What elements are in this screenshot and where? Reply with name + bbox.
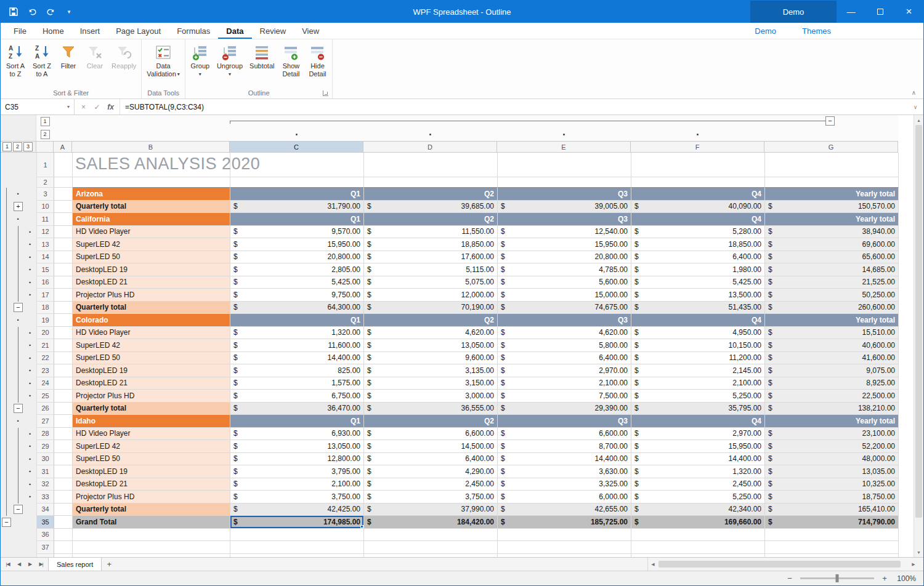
cell-E19[interactable]: Q3 — [498, 314, 631, 327]
sort-z-to-a-button[interactable]: ZA Sort Zto A — [29, 42, 55, 79]
scroll-up-icon[interactable]: ▲ — [914, 115, 923, 125]
cell-D20[interactable]: $4,620.00 — [364, 327, 498, 340]
demo-tab[interactable]: Demo — [750, 1, 837, 23]
cell-E18[interactable]: $74,675.00 — [498, 302, 631, 315]
cell-b19[interactable]: Colorado — [73, 314, 230, 327]
cell-b38[interactable] — [73, 554, 230, 558]
cell-G23[interactable]: $9,075.00 — [765, 364, 899, 377]
scroll-right-icon[interactable]: ▶ — [909, 562, 918, 567]
cell-a36[interactable] — [54, 529, 73, 542]
add-sheet-button[interactable]: + — [102, 558, 116, 571]
cell-E13[interactable]: $15,950.00 — [498, 238, 631, 251]
cell-a25[interactable] — [54, 390, 73, 403]
cell-F17[interactable]: $13,500.00 — [631, 289, 765, 302]
cell-F35[interactable]: $169,660.00 — [631, 516, 765, 529]
row-outline-level-1-button[interactable]: 1 — [2, 142, 12, 151]
cell-F24[interactable]: $2,100.00 — [631, 377, 765, 390]
cell-C20[interactable]: $1,320.00 — [230, 327, 364, 340]
cell-F15[interactable]: $1,980.00 — [631, 263, 765, 276]
cell-D10[interactable]: $39,685.00 — [364, 201, 498, 214]
vertical-scrollbar-track[interactable] — [914, 125, 923, 547]
cell-E10[interactable]: $39,005.00 — [498, 201, 631, 214]
cell-b13[interactable]: SuperLED 42 — [73, 238, 230, 251]
cell-G20[interactable]: $15,510.00 — [765, 327, 899, 340]
cell-F38[interactable] — [631, 554, 765, 558]
cell-b25[interactable]: Projector Plus HD — [73, 390, 230, 403]
row-outline-level-3-button[interactable]: 3 — [23, 142, 33, 151]
cell-C27[interactable]: Q1 — [230, 415, 364, 428]
enter-formula-button[interactable]: ✓ — [91, 103, 103, 111]
cell-b2[interactable] — [73, 177, 230, 188]
undo-icon[interactable] — [26, 6, 38, 17]
cell-G17[interactable]: $50,250.00 — [765, 289, 899, 302]
cell-G31[interactable]: $13,035.00 — [765, 465, 899, 478]
cell-D21[interactable]: $13,050.00 — [364, 339, 498, 352]
cell-b30[interactable]: SuperLED 50 — [73, 453, 230, 466]
qat-customize-icon[interactable]: ▾ — [63, 6, 75, 17]
cell-D34[interactable]: $37,990.00 — [364, 504, 498, 516]
chevron-down-icon[interactable]: ▾ — [67, 104, 70, 110]
cell-E1[interactable] — [498, 153, 631, 177]
cell-F31[interactable]: $1,320.00 — [631, 465, 765, 478]
sheet-tab-sales-report[interactable]: Sales report — [48, 558, 102, 571]
cell-C2[interactable] — [230, 177, 364, 188]
cell-D31[interactable]: $4,290.00 — [364, 465, 498, 478]
redo-icon[interactable] — [45, 6, 56, 17]
cell-F18[interactable]: $51,435.00 — [631, 302, 765, 315]
cell-a1[interactable] — [54, 153, 73, 177]
tab-review[interactable]: Review — [252, 24, 294, 39]
cell-D12[interactable]: $11,550.00 — [364, 226, 498, 239]
cell-a3[interactable] — [54, 188, 73, 201]
cell-F33[interactable]: $5,250.00 — [631, 491, 765, 504]
cell-G11[interactable]: Yearly total — [765, 213, 899, 226]
cell-C10[interactable]: $31,790.00 — [230, 201, 364, 214]
cell-b31[interactable]: DesktopLED 19 — [73, 465, 230, 478]
column-group-collapse-button[interactable]: − — [825, 116, 835, 126]
scroll-down-icon[interactable]: ▼ — [914, 547, 923, 557]
row-header-23[interactable]: 23 — [37, 364, 54, 377]
cell-a20[interactable] — [54, 327, 73, 340]
cell-D3[interactable]: Q2 — [364, 188, 498, 201]
vertical-scrollbar-thumb[interactable] — [915, 125, 922, 518]
cell-D27[interactable]: Q2 — [364, 415, 498, 428]
cell-F26[interactable]: $35,795.00 — [631, 403, 765, 415]
cell-D32[interactable]: $2,450.00 — [364, 478, 498, 491]
cell-a22[interactable] — [54, 352, 73, 365]
cell-a11[interactable] — [54, 213, 73, 226]
cell-b3[interactable]: Arizona — [73, 188, 230, 201]
cell-G15[interactable]: $14,685.00 — [765, 263, 899, 276]
row-header-27[interactable]: 27 — [37, 415, 54, 428]
cell-b22[interactable]: SuperLED 50 — [73, 352, 230, 365]
tab-data[interactable]: Data — [218, 24, 251, 39]
cell-E23[interactable]: $2,970.00 — [498, 364, 631, 377]
cell-C29[interactable]: $13,050.00 — [230, 440, 364, 453]
row-header-26[interactable]: 26 — [37, 403, 54, 415]
cell-D37[interactable] — [364, 541, 498, 554]
column-header-c[interactable]: C — [230, 142, 363, 152]
row-header-18[interactable]: 18 — [37, 302, 54, 315]
cell-a27[interactable] — [54, 415, 73, 428]
column-header-e[interactable]: E — [497, 142, 631, 152]
cell-G37[interactable] — [765, 541, 899, 554]
cell-E34[interactable]: $42,655.00 — [498, 504, 631, 516]
cell-E29[interactable]: $8,700.00 — [498, 440, 631, 453]
row-header-24[interactable]: 24 — [37, 377, 54, 390]
cell-b24[interactable]: DesktopLED 21 — [73, 377, 230, 390]
cell-F30[interactable]: $14,400.00 — [631, 453, 765, 466]
cell-b18[interactable]: Quarterly total — [73, 302, 230, 315]
cell-F21[interactable]: $10,150.00 — [631, 339, 765, 352]
row-header-11[interactable]: 11 — [37, 213, 54, 226]
collapse-ribbon-icon[interactable]: ∧ — [912, 89, 916, 96]
cell-F25[interactable]: $5,250.00 — [631, 390, 765, 403]
cell-F12[interactable]: $5,280.00 — [631, 226, 765, 239]
column-header-b[interactable]: B — [72, 142, 230, 152]
cell-E21[interactable]: $5,800.00 — [498, 339, 631, 352]
cell-D18[interactable]: $70,190.00 — [364, 302, 498, 315]
tab-view[interactable]: View — [294, 24, 327, 39]
cell-F32[interactable]: $2,450.00 — [631, 478, 765, 491]
row-header-28[interactable]: 28 — [37, 428, 54, 441]
cell-E36[interactable] — [498, 529, 631, 542]
cell-G36[interactable] — [765, 529, 899, 542]
tab-home[interactable]: Home — [34, 24, 72, 39]
row-header-25[interactable]: 25 — [37, 390, 54, 403]
